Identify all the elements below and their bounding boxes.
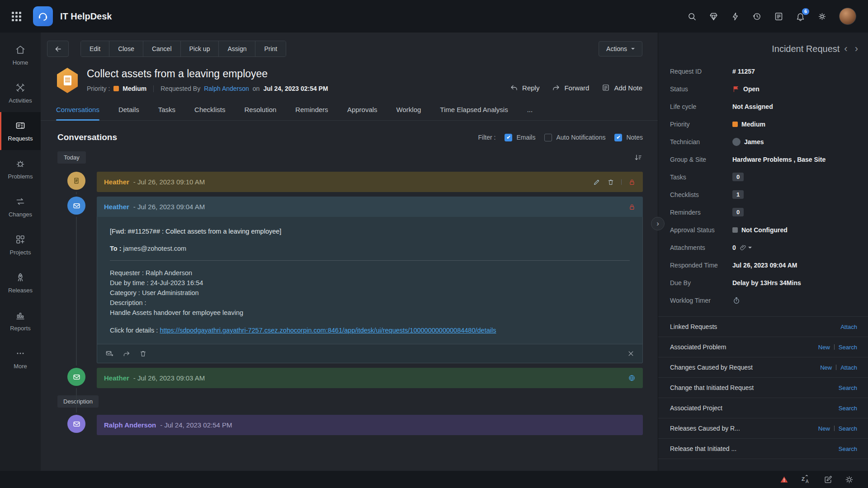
attachment-paperclip-icon[interactable] [740, 244, 752, 251]
private-lock-icon[interactable] [628, 178, 636, 186]
life-cycle-value: Not Assigned [732, 103, 773, 110]
attach-link[interactable]: Attach [840, 324, 857, 330]
new-link[interactable]: New [820, 364, 832, 371]
reminders-count-badge[interactable]: 0 [732, 208, 744, 216]
tab-checklists[interactable]: Checklists [194, 106, 225, 120]
sidebar-item-home[interactable]: Home [0, 36, 41, 74]
rewards-icon[interactable] [709, 12, 718, 21]
pickup-button[interactable]: Pick up [181, 41, 219, 56]
close-icon[interactable] [627, 350, 634, 357]
sidebar-item-changes[interactable]: Changes [0, 188, 41, 226]
technician-value[interactable]: James [744, 138, 764, 145]
notifications-icon[interactable]: 6 [796, 12, 805, 21]
checklists-count-badge[interactable]: 1 [732, 190, 744, 199]
sidebar-item-releases[interactable]: Releases [0, 264, 41, 302]
tab-reminders[interactable]: Reminders [295, 106, 328, 120]
filter-label: Filter : [478, 134, 496, 141]
tab-resolution[interactable]: Resolution [244, 106, 276, 120]
email-line: Category : User Administration [110, 288, 630, 298]
chevron-down-icon [631, 48, 635, 52]
tasks-count-badge[interactable]: 0 [732, 173, 744, 181]
home-icon [15, 44, 26, 55]
sidebar-item-requests[interactable]: Requests [0, 112, 41, 150]
priority-value[interactable]: Medium [741, 121, 765, 128]
tab-tasks[interactable]: Tasks [158, 106, 175, 120]
reply-mail-icon[interactable] [105, 349, 114, 358]
panel-collapse-handle[interactable]: › [651, 217, 665, 230]
print-button[interactable]: Print [255, 41, 286, 56]
sidebar-item-projects[interactable]: Projects [0, 226, 41, 264]
delete-trash-icon[interactable] [139, 350, 147, 357]
notes-checkbox[interactable] [614, 134, 622, 141]
zap-icon[interactable] [731, 12, 740, 21]
tab-time-elapsed-analysis[interactable]: Time Elapsed Analysis [440, 106, 508, 120]
forward-button[interactable]: Forward [552, 84, 589, 92]
back-button[interactable] [47, 41, 69, 57]
tab-more[interactable]: ... [527, 106, 533, 120]
private-lock-icon[interactable] [628, 203, 636, 211]
search-link[interactable]: Search [839, 405, 857, 412]
sidebar-item-reports[interactable]: Reports [0, 302, 41, 340]
settings-gear-icon[interactable] [817, 12, 827, 21]
requester-link[interactable]: Ralph Anderson [204, 85, 249, 92]
theme-toggle-icon[interactable] [845, 475, 854, 484]
note-item-header[interactable]: Heather - Jul 26, 2023 09:10 AM [97, 172, 643, 192]
history-icon[interactable] [752, 12, 762, 21]
auto-notifications-checkbox[interactable] [544, 134, 552, 141]
search-link[interactable]: Search [839, 344, 857, 351]
sort-icon[interactable] [634, 153, 643, 162]
reply-icon [510, 84, 518, 92]
email-item-header[interactable]: Heather - Jul 26, 2023 09:04 AM [97, 197, 643, 217]
search-link[interactable]: Search [839, 385, 857, 391]
add-note-button[interactable]: Add Note [602, 84, 642, 92]
divider [153, 85, 154, 92]
tab-approvals[interactable]: Approvals [347, 106, 377, 120]
user-avatar[interactable] [839, 8, 856, 25]
email-line: Handle Assets handover for employee leav… [110, 308, 630, 318]
new-link[interactable]: New [818, 344, 830, 351]
search-icon[interactable] [687, 12, 697, 21]
new-link[interactable]: New [818, 425, 830, 432]
edit-button[interactable]: Edit [81, 41, 109, 56]
prev-request-chevron[interactable]: ‹ [841, 44, 850, 54]
filter-emails[interactable]: Emails [505, 134, 535, 141]
search-link[interactable]: Search [839, 425, 857, 432]
tab-details[interactable]: Details [118, 106, 139, 120]
search-link[interactable]: Search [839, 446, 857, 452]
app-logo[interactable] [33, 6, 53, 26]
assign-button[interactable]: Assign [219, 41, 255, 56]
emails-checkbox[interactable] [505, 134, 512, 141]
divider [110, 260, 630, 261]
edit-pencil-icon[interactable] [593, 178, 600, 186]
linked-requests-label: Linked Requests [670, 323, 717, 330]
sidebar-item-problems[interactable]: Problems [0, 150, 41, 188]
alert-warning-icon[interactable] [780, 475, 788, 484]
filter-auto-notifications[interactable]: Auto Notifications [544, 134, 605, 141]
compose-feedback-icon[interactable] [824, 475, 832, 484]
email-item-header[interactable]: Heather - Jul 26, 2023 09:03 AM [97, 368, 643, 388]
associated-project-label: Associated Project [670, 404, 722, 412]
filter-notes[interactable]: Notes [614, 134, 643, 141]
attach-link[interactable]: Attach [840, 364, 857, 371]
worklog-timer-icon[interactable] [732, 296, 741, 305]
translate-icon[interactable]: ZA [801, 475, 811, 484]
sidebar-item-more[interactable]: More [0, 340, 41, 378]
on-label: on [253, 85, 260, 92]
description-item-header[interactable]: Ralph Anderson - Jul 24, 2023 02:54 PM [97, 415, 643, 435]
globe-icon[interactable] [628, 374, 636, 382]
delete-trash-icon[interactable] [607, 178, 614, 186]
next-request-chevron[interactable]: › [852, 44, 861, 54]
request-details-link[interactable]: https://sdpodgayathri.gayathri-7257.csez… [160, 327, 496, 334]
feedback-icon[interactable] [774, 12, 783, 21]
change-initiated-label: Change that Initiated Request [670, 384, 754, 391]
tab-conversations[interactable]: Conversations [56, 106, 99, 120]
cancel-button[interactable]: Cancel [143, 41, 181, 56]
app-launcher-icon[interactable] [12, 12, 21, 21]
reply-button[interactable]: Reply [510, 84, 539, 92]
close-button[interactable]: Close [109, 41, 143, 56]
forward-arrow-icon[interactable] [123, 350, 131, 358]
status-value[interactable]: Open [743, 85, 760, 93]
tab-worklog[interactable]: Worklog [396, 106, 421, 120]
actions-dropdown-button[interactable]: Actions [599, 41, 642, 56]
sidebar-item-activities[interactable]: Activities [0, 74, 41, 112]
